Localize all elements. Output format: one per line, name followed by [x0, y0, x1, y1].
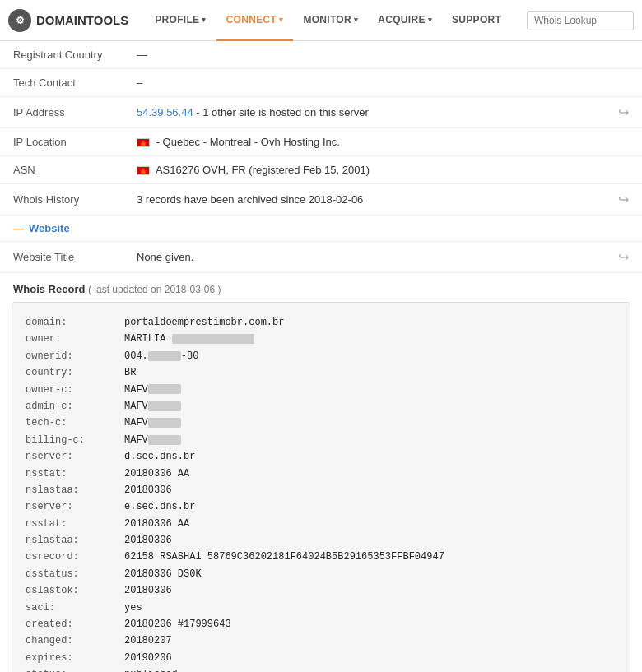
field-value: 3 records have been archived since 2018-…: [123, 184, 605, 216]
whois-val-nserver1: d.sec.dns.br: [124, 448, 195, 465]
nav-acquire[interactable]: ACQUIRE ▾: [368, 0, 442, 41]
whois-val-dslastok: 20180306: [124, 582, 172, 599]
field-value: —: [123, 41, 605, 69]
table-row: Registrant Country —: [0, 41, 642, 69]
ip-address-link[interactable]: 54.39.56.44: [137, 106, 193, 118]
whois-record-title: Whois Record: [13, 283, 85, 295]
logo-text: DOMAINTOOLS: [36, 13, 128, 27]
whois-key: created:: [26, 616, 124, 633]
website-section-label[interactable]: Website: [29, 222, 70, 234]
blurred-techc: [148, 418, 181, 428]
field-arrow[interactable]: ↪: [605, 242, 642, 273]
whois-key: status:: [26, 666, 124, 672]
table-row-website-title: Website Title None given. ↪: [0, 242, 642, 273]
whois-val-nserver2: e.sec.dns.br: [124, 498, 195, 515]
whois-row-nsstat1: nsstat: 20180306 AA: [26, 466, 616, 482]
ip-address-text: - 1 other site is hosted on this server: [196, 106, 369, 118]
whois-row-dsstatus: dsstatus: 20180306 DS0K: [26, 566, 616, 582]
asn-text: AS16276 OVH, FR (registered Feb 15, 2001…: [156, 164, 370, 176]
whois-val-nslastaa2: 20180306: [124, 532, 172, 549]
whois-row-ownerid: ownerid: 004. -80: [26, 348, 616, 364]
ip-location-text: - Quebec - Montreal - Ovh Hosting Inc.: [156, 136, 340, 148]
field-label: Tech Contact: [0, 69, 123, 97]
website-table: Website Title None given. ↪: [0, 242, 642, 273]
field-value: 🍁 - Quebec - Montreal - Ovh Hosting Inc.: [123, 128, 605, 156]
whois-row-nslastaa2: nslastaa: 20180306: [26, 532, 616, 549]
field-label: Registrant Country: [0, 41, 123, 69]
whois-row-billing-c: billing-c: MAFV: [26, 432, 616, 448]
field-value: –: [123, 69, 605, 97]
whois-row-created: created: 20180206 #17999643: [26, 616, 616, 633]
arrow-icon-2[interactable]: ↪: [618, 192, 629, 206]
field-arrow: [605, 41, 642, 69]
table-row-whois-history: Whois History 3 records have been archiv…: [0, 184, 642, 216]
nav-monitor[interactable]: MONITOR ▾: [293, 0, 368, 41]
field-label: ASN: [0, 156, 123, 184]
whois-key: billing-c:: [26, 432, 124, 448]
whois-row-domain: domain: portaldoemprestimobr.com.br: [26, 314, 616, 331]
nav-items: PROFILE ▾ CONNECT ▾ MONITOR ▾ ACQUIRE ▾ …: [145, 0, 527, 41]
logo-icon: ⚙: [8, 9, 31, 32]
whois-record-header: Whois Record ( last updated on 2018-03-0…: [0, 273, 642, 302]
arrow-icon-3[interactable]: ↪: [618, 250, 629, 264]
nav-support[interactable]: SUPPORT: [442, 0, 511, 41]
field-arrow[interactable]: ↪: [605, 184, 642, 216]
whois-row-nserver1: nserver: d.sec.dns.br: [26, 448, 616, 465]
whois-key: dsstatus:: [26, 566, 124, 582]
whois-val-status: published: [124, 666, 178, 672]
whois-row-nslastaa1: nslastaa: 20180306: [26, 482, 616, 498]
website-section-header: — Website: [0, 216, 642, 242]
whois-val-billing-c: MAFV: [124, 432, 181, 448]
whois-row-dsrecord: dsrecord: 62158 RSASHA1 58769C36202181F6…: [26, 549, 616, 565]
blurred-owner: [172, 334, 254, 344]
whois-row-changed: changed: 20180207: [26, 633, 616, 649]
whois-row-saci: saci: yes: [26, 600, 616, 616]
whois-record-subtitle: ( last updated on 2018-03-06 ): [88, 284, 221, 295]
field-value: 🍁 AS16276 OVH, FR (registered Feb 15, 20…: [123, 156, 605, 184]
field-label: IP Location: [0, 128, 123, 156]
nav-connect[interactable]: CONNECT ▾: [216, 0, 294, 41]
whois-row-country: country: BR: [26, 364, 616, 381]
whois-val-ownerid: 004. -80: [124, 348, 198, 364]
whois-key: changed:: [26, 633, 124, 649]
whois-key: nsstat:: [26, 516, 124, 532]
whois-row-admin-c: admin-c: MAFV: [26, 398, 616, 415]
blurred-ownerid: [148, 351, 181, 361]
field-value: None given.: [123, 242, 605, 273]
whois-val-dsrecord: 62158 RSASHA1 58769C36202181F64024B5B291…: [124, 549, 444, 565]
whois-key: dsrecord:: [26, 549, 124, 565]
whois-record-box: domain: portaldoemprestimobr.com.br owne…: [12, 302, 630, 672]
table-row-ip-address: IP Address 54.39.56.44 - 1 other site is…: [0, 97, 642, 128]
whois-row-dslastok: dslastok: 20180306: [26, 582, 616, 599]
whois-val-country: BR: [124, 364, 136, 381]
table-row: Tech Contact –: [0, 69, 642, 97]
logo[interactable]: ⚙ DOMAINTOOLS: [8, 9, 128, 32]
whois-val-changed: 20180207: [124, 633, 172, 649]
field-arrow: [605, 69, 642, 97]
whois-key: saci:: [26, 600, 124, 616]
field-label: IP Address: [0, 97, 123, 128]
whois-row-nserver2: nserver: e.sec.dns.br: [26, 498, 616, 515]
chevron-down-icon: ▾: [428, 16, 432, 24]
whois-key: admin-c:: [26, 398, 124, 415]
whois-row-nsstat2: nsstat: 20180306 AA: [26, 516, 616, 532]
navbar: ⚙ DOMAINTOOLS PROFILE ▾ CONNECT ▾ MONITO…: [0, 0, 642, 41]
field-label: Whois History: [0, 184, 123, 216]
whois-val-admin-c: MAFV: [124, 398, 181, 415]
whois-row-owner: owner: MARILIA: [26, 331, 616, 347]
whois-row-status: status: published: [26, 666, 616, 672]
whois-key: owner-c:: [26, 382, 124, 398]
whois-row-expires: expires: 20190206: [26, 650, 616, 666]
whois-val-saci: yes: [124, 600, 142, 616]
whois-lookup-input[interactable]: [527, 11, 634, 30]
nav-profile[interactable]: PROFILE ▾: [145, 0, 216, 41]
whois-val-created: 20180206 #17999643: [124, 616, 231, 633]
whois-key: dslastok:: [26, 582, 124, 599]
arrow-icon[interactable]: ↪: [618, 105, 629, 119]
whois-key: nsstat:: [26, 466, 124, 482]
blurred-adminc: [148, 401, 181, 411]
field-arrow[interactable]: ↪: [605, 97, 642, 128]
table-row-ip-location: IP Location 🍁 - Quebec - Montreal - Ovh …: [0, 128, 642, 156]
info-table: Registrant Country — Tech Contact – IP A…: [0, 41, 642, 216]
whois-val-owner-c: MAFV: [124, 382, 181, 398]
